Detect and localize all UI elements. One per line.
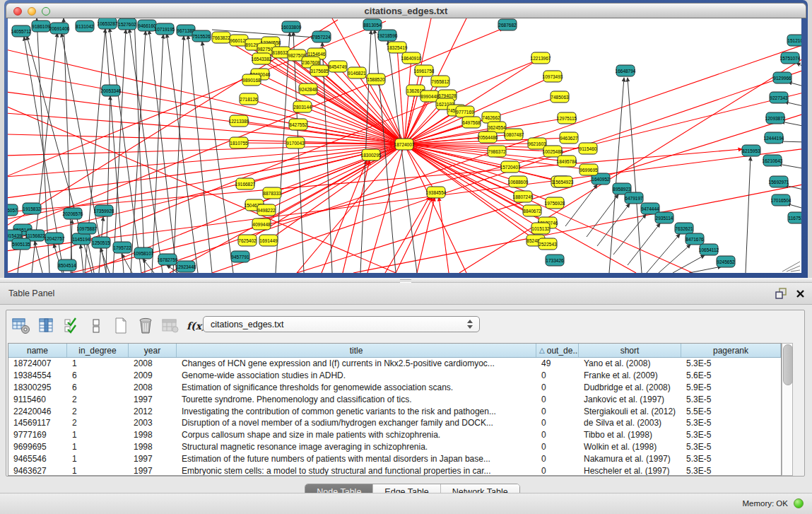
resize-grip-icon[interactable]: [782, 262, 800, 271]
table-cell[interactable]: 1998: [129, 441, 177, 453]
graph-node[interactable]: 1015132: [531, 223, 550, 234]
graph-node[interactable]: 10653287: [98, 18, 118, 29]
graph-node[interactable]: 1691449: [259, 235, 278, 246]
table-cell[interactable]: Franke et al. (2009): [579, 370, 681, 382]
table-cell[interactable]: 0: [536, 429, 579, 441]
graph-node[interactable]: 7857224: [312, 31, 331, 42]
table-selector[interactable]: citations_edges.txt: [203, 316, 480, 332]
table-row[interactable]: 946554611997Estimation of the future num…: [8, 452, 781, 465]
graph-edge[interactable]: [628, 78, 642, 273]
float-panel-icon[interactable]: [775, 288, 787, 299]
graph-node[interactable]: 19218596: [377, 30, 398, 41]
create-column-icon[interactable]: [112, 317, 129, 335]
graph-edge[interactable]: [746, 157, 751, 273]
table-cell[interactable]: 5.9E-5: [681, 382, 781, 394]
graph-node[interactable]: 9498222: [257, 204, 276, 216]
graph-node[interactable]: 7632621: [675, 223, 693, 234]
table-scrollbar[interactable]: [782, 343, 793, 476]
graph-node[interactable]: 3175685: [310, 65, 329, 76]
table-cell[interactable]: 5.3E-5: [681, 393, 781, 405]
table-cell[interactable]: 1: [67, 452, 129, 465]
graph-node[interactable]: 18300295: [361, 149, 382, 160]
graph-node[interactable]: 7485063: [551, 91, 569, 103]
graph-edge[interactable]: [673, 255, 705, 273]
table-cell[interactable]: 1997: [129, 452, 177, 465]
table-cell[interactable]: 9699695: [8, 441, 67, 453]
graph-edge[interactable]: [308, 89, 404, 144]
graph-node[interactable]: 20691406: [49, 23, 70, 34]
graph-node[interactable]: 12213389: [229, 115, 249, 127]
table-cell[interactable]: Nakamura et al. (1997): [579, 452, 681, 465]
graph-node[interactable]: 12444194: [764, 132, 784, 144]
table-cell[interactable]: 5.3E-5: [681, 417, 781, 429]
graph-node[interactable]: 7663822: [212, 32, 230, 43]
table-cell[interactable]: 6: [67, 382, 129, 394]
table-cell[interactable]: 5.3E-5: [681, 465, 781, 476]
table-scrollbar-thumb[interactable]: [783, 344, 793, 385]
graph-node[interactable]: 9890168: [242, 74, 261, 86]
table-cell[interactable]: 5.5E-5: [681, 405, 781, 417]
graph-node[interactable]: 9463627: [560, 132, 578, 144]
table-cell[interactable]: 5.3E-5: [681, 429, 781, 441]
graph-node[interactable]: 9466160: [138, 20, 156, 31]
table-cell[interactable]: 9465546: [8, 452, 67, 465]
table-cell[interactable]: Estimation of significance thresholds fo…: [177, 382, 536, 394]
graph-node[interactable]: 10975887: [77, 223, 98, 234]
graph-node[interactable]: 16648794: [616, 65, 636, 76]
graph-node[interactable]: 4099448: [252, 218, 271, 230]
table-row[interactable]: 946362711997Embryonic stem cells: a mode…: [8, 465, 781, 476]
graph-edge[interactable]: [439, 197, 449, 273]
graph-node[interactable]: 8504514: [58, 259, 76, 271]
table-cell[interactable]: 2003: [129, 417, 177, 429]
table-row[interactable]: 977716911998Corpus callosum shape and si…: [8, 429, 781, 441]
graph-node[interactable]: 2718126: [240, 93, 258, 105]
graph-node[interactable]: 9146821: [348, 67, 366, 78]
graph-node[interactable]: 9242848: [299, 83, 317, 95]
graph-node[interactable]: 20053346: [101, 85, 122, 96]
show-columns-icon[interactable]: [38, 317, 55, 335]
graph-node[interactable]: 10807487: [504, 129, 524, 140]
column-visibility-icon[interactable]: [63, 317, 80, 335]
table-mode-icon[interactable]: [12, 317, 30, 335]
graph-node[interactable]: 16210643: [763, 155, 783, 166]
graph-node[interactable]: 15720407: [500, 161, 521, 173]
graph-node[interactable]: 18495784: [557, 156, 577, 167]
graph-node[interactable]: 9457791: [231, 251, 249, 262]
graph-edge[interactable]: [188, 35, 212, 273]
graph-edge[interactable]: [64, 18, 72, 273]
table-cell[interactable]: 1998: [129, 429, 177, 441]
close-panel-icon[interactable]: [796, 289, 805, 298]
graph-node[interactable]: 9170043: [286, 137, 305, 148]
graph-edge[interactable]: [202, 42, 233, 273]
graph-node[interactable]: 12093872: [765, 112, 786, 124]
table-cell[interactable]: 2: [67, 405, 129, 417]
graph-node[interactable]: 16033809: [281, 21, 302, 33]
table-cell[interactable]: 2008: [129, 358, 177, 370]
table-cell[interactable]: 9115460: [8, 393, 67, 405]
graph-node[interactable]: 15751074: [780, 52, 801, 64]
table-cell[interactable]: Embryonic stem cells: a model to study s…: [177, 465, 536, 476]
network-canvas[interactable]: 1405571291861092069140681310421065328715…: [8, 18, 801, 273]
graph-node[interactable]: 2935114: [655, 212, 673, 223]
graph-node[interactable]: 18807249: [513, 191, 534, 202]
column-header-in_degree[interactable]: in_degree: [67, 344, 129, 357]
table-cell[interactable]: Corpus callosum shape and size in male p…: [177, 429, 536, 441]
column-header-pagerank[interactable]: pagerank: [681, 344, 781, 357]
table-cell[interactable]: Hescheler et al. (1997): [579, 465, 681, 476]
graph-node[interactable]: 10973493: [543, 71, 563, 82]
graph-node[interactable]: 2803144: [293, 101, 312, 112]
table-cell[interactable]: 9777169: [8, 429, 67, 441]
graph-node[interactable]: 8813054: [363, 19, 382, 30]
table-cell[interactable]: 14569117: [8, 417, 67, 429]
network-canvas-svg[interactable]: 1405571291861092069140681310421065328715…: [8, 18, 801, 273]
graph-node[interactable]: 1588520: [367, 74, 385, 85]
table-cell[interactable]: Dudbridge et al. (2008): [579, 382, 681, 394]
graph-edge[interactable]: [597, 204, 630, 246]
graph-node[interactable]: 19756928: [545, 197, 565, 209]
table-cell[interactable]: 5.6E-5: [681, 370, 781, 382]
table-cell[interactable]: 0: [536, 405, 579, 417]
graph-edge[interactable]: [81, 245, 83, 273]
graph-node[interactable]: 10025488: [543, 146, 563, 157]
graph-node[interactable]: 17359928: [94, 205, 114, 216]
graph-node[interactable]: 19384554: [426, 187, 447, 198]
